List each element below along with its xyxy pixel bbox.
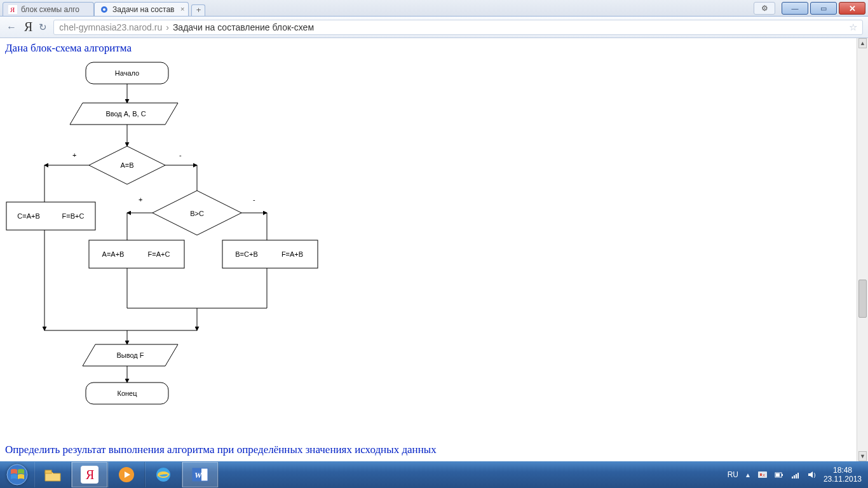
reload-button[interactable]: ↻ bbox=[39, 22, 47, 33]
tab-label: Задачи на состав bbox=[112, 5, 174, 14]
tray-language[interactable]: RU bbox=[728, 470, 738, 479]
svg-rect-48 bbox=[45, 470, 51, 473]
svg-text:x: x bbox=[763, 472, 765, 478]
taskbar-explorer[interactable] bbox=[34, 462, 71, 487]
svg-text:A=A+B: A=A+B bbox=[102, 250, 125, 258]
window-close-button[interactable]: ✕ bbox=[839, 2, 865, 15]
taskbar-media-player[interactable] bbox=[108, 462, 145, 487]
tray-action-center-icon[interactable]: x bbox=[757, 470, 768, 480]
tray-time: 18:48 bbox=[824, 466, 862, 475]
svg-text:-: - bbox=[253, 196, 255, 203]
tab-page-active[interactable]: Задачи на состав × bbox=[94, 2, 189, 16]
yandex-browser-icon: Я bbox=[81, 466, 98, 484]
start-button[interactable] bbox=[0, 461, 34, 488]
new-tab-button[interactable]: + bbox=[191, 4, 205, 16]
minimize-icon: — bbox=[792, 4, 799, 12]
svg-rect-64 bbox=[792, 477, 793, 478]
tab-label: блок схемы алго bbox=[21, 5, 79, 14]
taskbar-word[interactable]: W bbox=[182, 462, 219, 487]
windows-logo-icon bbox=[6, 464, 28, 485]
svg-rect-66 bbox=[796, 474, 797, 478]
svg-rect-59 bbox=[760, 473, 762, 476]
svg-marker-68 bbox=[808, 471, 813, 478]
site-favicon-icon bbox=[100, 5, 109, 14]
svg-text:+: + bbox=[139, 196, 142, 203]
svg-rect-63 bbox=[776, 473, 780, 477]
yandex-favicon-icon: Я bbox=[8, 5, 17, 14]
word-icon: W bbox=[191, 466, 209, 484]
yandex-home-button[interactable]: Я bbox=[24, 20, 32, 34]
page-heading: Дана блок-схема алгоритма bbox=[0, 38, 857, 57]
taskbar-yandex-browser[interactable]: Я bbox=[71, 462, 108, 487]
vertical-scrollbar[interactable]: ▲ ▼ bbox=[857, 38, 868, 461]
svg-text:Вывод F: Вывод F bbox=[116, 351, 144, 359]
svg-text:F=B+C: F=B+C bbox=[62, 212, 85, 220]
svg-text:A=B: A=B bbox=[120, 161, 133, 169]
svg-text:C=A+B: C=A+B bbox=[17, 212, 39, 220]
tray-power-icon[interactable] bbox=[774, 470, 784, 480]
svg-text:Ввод A, B, C: Ввод A, B, C bbox=[105, 110, 146, 118]
yandex-logo-icon: Я bbox=[24, 20, 32, 34]
window-minimize-button[interactable]: — bbox=[782, 2, 808, 15]
svg-rect-67 bbox=[797, 473, 799, 478]
tray-show-hidden-icon[interactable]: ▲ bbox=[745, 471, 751, 478]
ie-icon bbox=[154, 466, 172, 484]
svg-text:F=A+B: F=A+B bbox=[281, 250, 303, 258]
flowchart-image: Начало Ввод A, B, C A=B + - C=A+B F=B+C bbox=[0, 57, 343, 426]
back-button[interactable]: ← bbox=[5, 21, 18, 34]
page-footer-text: Определить результат выполнения алгоритм… bbox=[0, 441, 442, 459]
svg-text:Я: Я bbox=[10, 6, 15, 13]
reload-icon: ↻ bbox=[39, 22, 47, 32]
gear-icon: ⚙ bbox=[761, 4, 768, 13]
windows-taskbar: Я W RU ▲ x 18:48 23.11.2013 bbox=[0, 461, 868, 488]
svg-text:+: + bbox=[72, 151, 76, 159]
svg-rect-65 bbox=[794, 475, 795, 478]
close-icon: ✕ bbox=[849, 4, 856, 13]
maximize-icon: ▭ bbox=[820, 4, 827, 13]
scroll-down-icon[interactable]: ▼ bbox=[858, 451, 867, 461]
window-maximize-button[interactable]: ▭ bbox=[810, 2, 837, 15]
svg-text:Конец: Конец bbox=[117, 390, 137, 397]
svg-text:B=C+B: B=C+B bbox=[235, 250, 257, 258]
tray-clock[interactable]: 18:48 23.11.2013 bbox=[824, 466, 862, 484]
tray-volume-icon[interactable] bbox=[807, 470, 817, 480]
svg-text:F=A+C: F=A+C bbox=[148, 250, 170, 258]
scroll-thumb[interactable] bbox=[858, 280, 867, 318]
media-player-icon bbox=[118, 466, 135, 484]
svg-text:Начало: Начало bbox=[115, 69, 139, 77]
address-bar[interactable]: chel-gymnasia23.narod.ru › Задачи на сос… bbox=[53, 20, 863, 35]
svg-text:W: W bbox=[194, 470, 203, 480]
browser-settings-button[interactable]: ⚙ bbox=[754, 2, 775, 15]
close-tab-icon[interactable]: × bbox=[180, 5, 184, 13]
url-title: Задачи на составление блок-схем bbox=[173, 22, 314, 32]
tray-date: 23.11.2013 bbox=[824, 475, 862, 484]
bookmark-star-icon[interactable]: ☆ bbox=[849, 22, 857, 33]
svg-text:-: - bbox=[179, 151, 182, 159]
taskbar-ie[interactable] bbox=[145, 462, 182, 487]
scroll-up-icon[interactable]: ▲ bbox=[858, 38, 867, 48]
svg-text:B>C: B>C bbox=[190, 210, 204, 217]
folder-icon bbox=[43, 466, 62, 483]
svg-rect-62 bbox=[782, 474, 783, 476]
url-separator: › bbox=[166, 22, 169, 32]
tab-yandex-search[interactable]: Я блок схемы алго bbox=[3, 2, 94, 16]
tray-network-icon[interactable] bbox=[790, 470, 801, 480]
back-arrow-icon: ← bbox=[6, 22, 17, 33]
url-domain: chel-gymnasia23.narod.ru bbox=[59, 22, 162, 32]
svg-point-3 bbox=[103, 8, 105, 11]
svg-text:Я: Я bbox=[86, 468, 94, 482]
